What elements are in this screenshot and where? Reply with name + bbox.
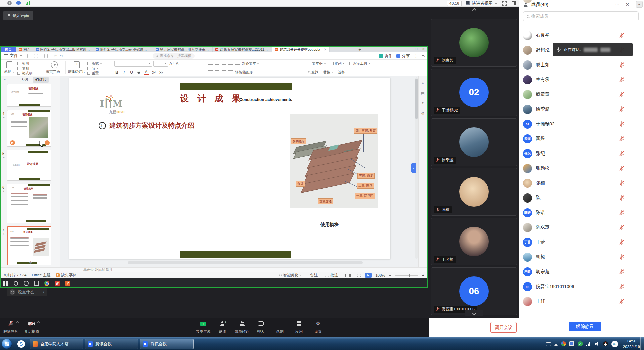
paste-button[interactable]: 粘贴 <box>3 61 16 75</box>
member-row[interactable]: 张劲松 <box>519 161 644 176</box>
member-row[interactable]: 陈诺 陈诺 <box>519 205 644 220</box>
video-tile[interactable]: 06 倪晋宝1901011006 <box>431 267 517 315</box>
taskbar-app-button[interactable]: 腾讯会议 <box>140 339 194 349</box>
tray-expand-icon[interactable] <box>554 344 558 346</box>
video-tile[interactable]: 丁老师 <box>431 218 517 265</box>
notes-toggle[interactable]: 备注 <box>305 273 321 278</box>
increase-font-button[interactable]: A⁺ <box>169 61 174 66</box>
mic-muted-icon[interactable] <box>619 136 624 142</box>
member-row[interactable]: 丁蕾 丁蕾 <box>519 235 644 250</box>
mic-muted-icon[interactable] <box>619 269 624 275</box>
smart-graphic-button[interactable]: 转智能图形 <box>235 70 256 75</box>
mic-muted-icon[interactable] <box>619 284 624 290</box>
arrange-button[interactable]: 排列 <box>331 61 345 66</box>
video-tile[interactable]: 徐季漩 <box>431 118 517 166</box>
member-row[interactable]: 魏童童 <box>519 87 644 102</box>
mic-muted-icon[interactable] <box>619 195 624 201</box>
strikethrough-button[interactable]: S <box>136 70 141 75</box>
outdent-icon[interactable] <box>222 62 226 65</box>
mic-muted-icon[interactable] <box>619 151 624 157</box>
collapse-ribbon-icon[interactable] <box>422 54 425 58</box>
lock-view-button[interactable]: 锁定画面 <box>3 11 33 20</box>
mic-muted-icon[interactable] <box>619 299 624 304</box>
toolbar-item[interactable]: + 邀请 <box>213 320 231 334</box>
document-tab[interactable]: W 附件2: 子活动支...表-基础课测量学 <box>93 47 153 52</box>
justify-icon[interactable] <box>228 70 233 74</box>
comments-toggle[interactable]: 批注 <box>325 273 338 278</box>
network-signal-icon[interactable] <box>26 1 30 5</box>
underline-button[interactable]: U <box>129 70 134 75</box>
copy-button[interactable]: 复制 <box>17 66 33 71</box>
slideshow-play-button[interactable]: ▶ <box>365 273 372 278</box>
reading-view-icon[interactable] <box>357 274 361 277</box>
scrollbar-thumb[interactable] <box>415 79 418 119</box>
security-tray-icon[interactable]: ✓ <box>578 341 583 346</box>
decrease-font-button[interactable]: A⁻ <box>176 61 181 66</box>
layout-button[interactable]: 版式 <box>87 61 102 66</box>
share-button[interactable]: 分享 <box>396 53 410 59</box>
slide-thumbnail-6[interactable]: IJM 设计成果 <box>7 184 51 223</box>
italic-button[interactable]: I <box>122 70 127 75</box>
command-search[interactable]: 查找命令、搜索模板 <box>153 53 195 59</box>
slide-thumbnail-5[interactable]: 第二部分 设计成果 <box>7 150 51 181</box>
play-from-page-button[interactable]: 当页开始 <box>46 61 63 75</box>
menu-item[interactable] <box>68 56 75 56</box>
mic-muted-icon[interactable] <box>619 33 624 38</box>
document-tab[interactable]: W 首页 <box>1 47 16 52</box>
video-tile[interactable]: 张楠 <box>431 168 517 216</box>
member-row[interactable]: 陈双惠 <box>519 220 644 235</box>
unmute-button[interactable]: 解除静音 <box>1 320 21 334</box>
missing-font-warning[interactable]: T 缺失字体 <box>56 273 77 278</box>
taskbar-app-button[interactable]: 腾讯会议 <box>85 339 138 349</box>
start-video-button[interactable]: 开启视频 <box>22 320 42 334</box>
horizontal-scrollbar[interactable] <box>128 261 363 264</box>
member-row[interactable]: 张纪 张纪 <box>519 146 644 161</box>
line-spacing-icon[interactable] <box>235 62 240 65</box>
format-painter-button[interactable]: 格式刷 <box>17 71 33 75</box>
collapse-panel-icon[interactable]: « <box>4 77 6 81</box>
mic-muted-icon[interactable] <box>619 180 624 186</box>
cut-button[interactable]: 剪切 <box>17 61 33 66</box>
video-tile[interactable]: 刘惠芳 <box>431 19 517 67</box>
mic-muted-icon[interactable] <box>619 106 624 112</box>
minimize-icon[interactable]: ─ <box>407 47 410 51</box>
find-button[interactable]: 查找 <box>308 70 318 75</box>
output-icon[interactable] <box>34 54 38 58</box>
new-slide-button[interactable]: 新建幻灯片 <box>67 61 86 75</box>
meeting-info-icon[interactable]: i <box>7 1 12 5</box>
fullscreen-icon[interactable] <box>502 1 507 6</box>
maximize-icon[interactable]: □ <box>415 47 417 51</box>
collapse-chat-icon[interactable]: ‹ <box>43 290 44 294</box>
view-mode-dropdown[interactable]: 演讲者视图 <box>466 1 498 6</box>
toolbar-item[interactable]: 聊天 <box>252 320 270 334</box>
align-right-icon[interactable] <box>222 70 226 74</box>
font-family-select[interactable] <box>114 61 152 67</box>
chat-quick-bubble[interactable]: 说点什么... ‹ <box>7 288 47 296</box>
member-search-input[interactable] <box>531 14 626 19</box>
toolbar-item[interactable]: 成员(49) <box>232 320 251 334</box>
beautify-button[interactable]: 智能美化 <box>279 273 302 278</box>
app-tray-icon[interactable] <box>561 341 566 346</box>
add-slide-row[interactable]: + <box>1 259 60 265</box>
member-row[interactable]: 06 倪晋宝1901011006 <box>519 279 644 294</box>
subscript-button[interactable]: x₂ <box>159 70 164 75</box>
leave-meeting-button[interactable]: 离开会议 <box>490 322 517 333</box>
select-button[interactable]: 选择 <box>338 70 348 75</box>
bold-button[interactable]: B <box>114 70 119 75</box>
system-clock[interactable]: 14:50 2022/4/19 <box>623 338 640 349</box>
indent-icon[interactable] <box>228 62 233 65</box>
add-slide-button[interactable]: ＋ <box>45 140 50 145</box>
notes-bar[interactable]: 单击此处添加备注 <box>1 267 427 272</box>
mic-muted-icon[interactable] <box>619 210 624 216</box>
toolbar-item[interactable]: ↑ 共享屏幕 <box>194 320 212 334</box>
document-tab[interactable]: W 2#第五届安徽省高校...220110.pdf <box>213 47 272 52</box>
member-row[interactable]: 许欣婕 <box>519 309 644 312</box>
mic-muted-icon[interactable] <box>619 239 624 245</box>
bullet-list-icon[interactable] <box>208 62 213 65</box>
document-tab[interactable]: W 附件2: 子活动支出...(BIM实训平台) <box>33 47 93 52</box>
align-center-icon[interactable] <box>215 70 219 74</box>
mic-muted-icon[interactable] <box>619 77 624 83</box>
chevron-up-icon[interactable] <box>16 321 19 324</box>
slide-thumbnail-3[interactable]: 第一部分 项目概况 <box>7 84 51 107</box>
collapse-strip-button[interactable] <box>467 9 481 14</box>
